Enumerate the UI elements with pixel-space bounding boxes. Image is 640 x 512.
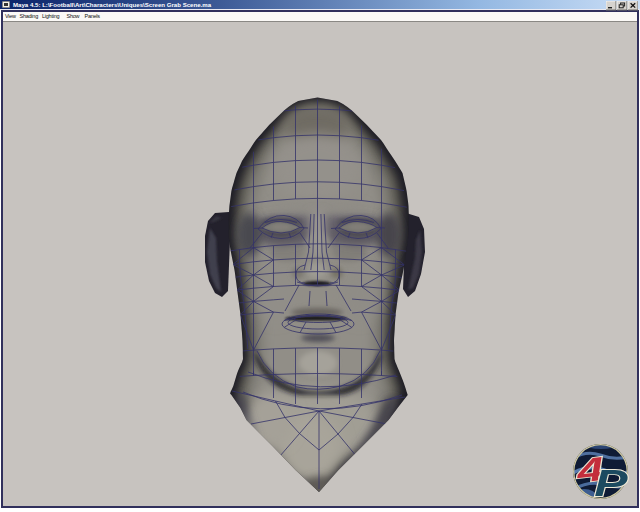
svg-text:P: P: [594, 462, 628, 503]
